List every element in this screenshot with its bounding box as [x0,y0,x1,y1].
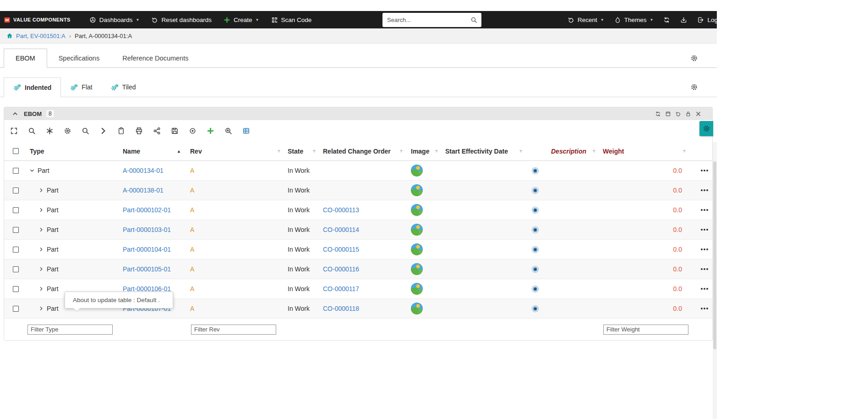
part-name-link[interactable]: A-0000138-01 [123,187,164,194]
row-checkbox[interactable] [13,247,19,253]
target-icon[interactable] [532,227,538,233]
print-icon[interactable] [135,127,143,135]
search-icon[interactable] [470,17,477,23]
change-order-link[interactable]: CO-0000115 [323,246,359,253]
target-icon[interactable] [532,187,538,193]
column-header-name[interactable]: Name▲ [119,142,186,160]
table-row[interactable]: PartPart-0000103-01AIn WorkCO-00001140.0 [4,220,712,240]
tabs-settings-gear-icon[interactable] [690,54,698,62]
nav-reset-dashboards[interactable]: Reset dashboards [145,11,218,28]
nav-recent[interactable]: Recent ▼ [562,11,609,28]
row-actions-button[interactable] [704,288,705,290]
part-image-thumbnail[interactable] [411,204,423,216]
expand-row-icon[interactable] [39,208,44,212]
part-image-thumbnail[interactable] [411,224,423,236]
target-icon[interactable] [532,286,538,292]
filter-icon[interactable] [682,149,687,154]
target-icon[interactable] [532,247,538,253]
column-header-rev[interactable]: Rev [186,142,284,160]
nav-dashboards[interactable]: Dashboards ▼ [83,11,146,28]
row-checkbox[interactable] [13,207,19,213]
row-checkbox[interactable] [13,286,19,292]
change-order-link[interactable]: CO-0000113 [323,206,359,214]
part-name-link[interactable]: A-0000134-01 [123,167,164,174]
fullscreen-icon[interactable] [10,127,18,135]
target-icon[interactable] [189,127,197,135]
part-name-link[interactable]: Part-0000105-01 [123,265,171,273]
view-tab-tiled[interactable]: Tiled [102,77,145,97]
filter-type-input[interactable] [27,325,113,335]
filter-icon[interactable] [434,149,439,154]
part-name-link[interactable]: Part-0000103-01 [123,226,171,233]
scrollbar-thumb[interactable] [713,161,716,349]
filter-rev-input[interactable] [191,325,276,335]
zoom-in-icon[interactable] [224,127,232,135]
gear-icon[interactable] [64,127,71,135]
filter-icon[interactable] [592,149,596,154]
asterisk-icon[interactable] [46,127,54,135]
part-image-thumbnail[interactable] [411,243,423,255]
expand-row-icon[interactable] [39,306,44,311]
select-all-checkbox[interactable] [13,148,19,154]
row-checkbox[interactable] [13,168,19,174]
table-row[interactable]: PartA-0000134-01AIn Work0.0 [4,161,712,181]
filter-icon[interactable] [312,149,317,154]
tab-ebom[interactable]: EBOM [4,49,47,68]
panel-settings-button[interactable] [699,121,713,136]
expand-row-icon[interactable] [39,267,44,271]
table-columns-icon[interactable] [242,127,250,135]
filter-weight-input[interactable] [603,325,688,335]
clipboard-icon[interactable] [117,127,125,135]
target-icon[interactable] [532,207,538,213]
collapse-panel-icon[interactable] [12,111,18,116]
expand-children-icon[interactable] [99,127,107,135]
target-icon[interactable] [532,266,538,272]
row-actions-button[interactable] [704,189,705,191]
row-actions-button[interactable] [704,209,705,211]
row-checkbox[interactable] [13,266,19,272]
part-image-thumbnail[interactable] [411,303,423,314]
save-icon[interactable] [171,127,179,135]
home-icon[interactable] [6,33,13,39]
advanced-search-icon[interactable] [82,127,89,135]
share-icon[interactable] [153,127,161,135]
part-name-link[interactable]: Part-0000102-01 [123,206,171,214]
tab-reference-documents[interactable]: Reference Documents [111,49,200,67]
part-image-thumbnail[interactable] [411,184,423,196]
column-header-type[interactable]: Type [26,142,119,160]
change-order-link[interactable]: CO-0000118 [323,305,359,312]
table-row[interactable]: PartPart-0000104-01AIn WorkCO-00001150.0 [4,240,712,259]
nav-inbox-button[interactable] [675,11,692,28]
row-checkbox[interactable] [13,187,19,193]
row-actions-button[interactable] [704,268,705,270]
column-header-weight[interactable]: Weight [599,142,692,160]
collapse-row-icon[interactable] [30,168,34,173]
column-header-description[interactable]: Description [545,142,599,160]
view-settings-gear-icon[interactable] [690,83,698,91]
column-header-related-change-order[interactable]: Related Change Order [319,142,406,160]
search-icon[interactable] [28,127,36,135]
column-header-start-effectivity-date[interactable]: Start Effectivity Date [442,142,526,160]
nav-themes[interactable]: Themes ▼ [609,11,659,28]
filter-icon[interactable] [277,149,281,154]
row-checkbox[interactable] [13,306,19,312]
nav-scan-code[interactable]: Scan Code [265,11,318,28]
part-image-thumbnail[interactable] [411,165,423,176]
search-input[interactable] [382,17,470,23]
change-order-link[interactable]: CO-0000116 [323,265,359,273]
refresh-icon[interactable] [655,111,661,117]
change-order-link[interactable]: CO-0000114 [323,226,359,233]
part-name-link[interactable]: Part-0000104-01 [123,246,171,253]
row-actions-button[interactable] [704,170,705,171]
row-checkbox[interactable] [13,227,19,233]
row-actions-button[interactable] [704,308,705,309]
part-image-thumbnail[interactable] [411,283,423,295]
nav-logout[interactable]: Logo [692,11,717,28]
expand-row-icon[interactable] [39,188,44,193]
nav-create[interactable]: Create ▼ [218,11,265,28]
part-image-thumbnail[interactable] [411,263,423,275]
change-order-link[interactable]: CO-0000117 [323,285,359,292]
filter-icon[interactable] [519,149,523,154]
filter-icon[interactable] [399,149,404,154]
column-header-state[interactable]: State [284,142,319,160]
